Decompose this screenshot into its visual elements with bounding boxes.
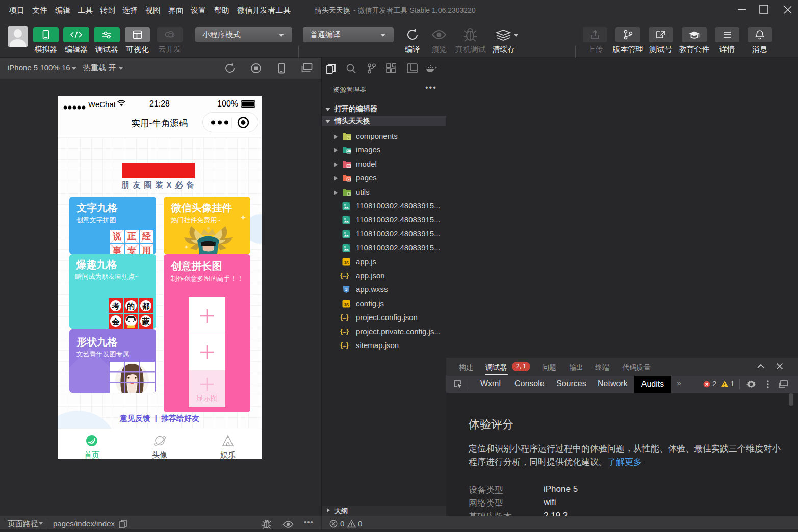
svg-text:JS: JS (344, 260, 349, 265)
svg-text:3: 3 (345, 287, 347, 292)
svg-text:JS: JS (344, 302, 349, 307)
